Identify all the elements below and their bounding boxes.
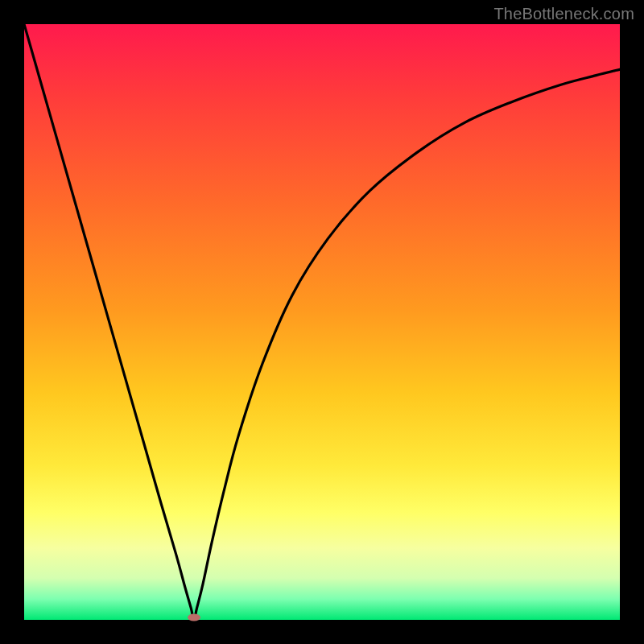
- bottleneck-curve: [24, 24, 620, 620]
- plot-area: [24, 24, 620, 620]
- minimum-marker: [188, 614, 200, 621]
- chart-frame: TheBottleneck.com: [0, 0, 644, 644]
- watermark-text: TheBottleneck.com: [493, 5, 634, 23]
